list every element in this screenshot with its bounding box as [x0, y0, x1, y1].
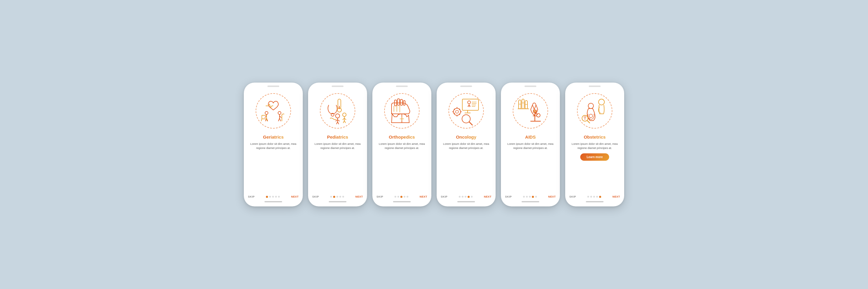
orthopedics-bottom-bar	[393, 201, 411, 202]
obstetrics-icon	[579, 95, 611, 127]
svg-line-80	[587, 121, 590, 123]
dot-3	[529, 196, 531, 198]
icon-area-pediatrics	[317, 90, 358, 131]
svg-line-28	[343, 121, 344, 123]
orthopedics-next[interactable]: NEXT	[420, 195, 427, 198]
dot-1	[395, 196, 396, 198]
svg-point-78	[589, 114, 593, 118]
svg-point-24	[343, 113, 346, 117]
pediatrics-dots	[330, 196, 344, 198]
svg-rect-32	[400, 99, 402, 105]
aids-next[interactable]: NEXT	[548, 195, 556, 198]
orthopedics-icon	[385, 95, 418, 127]
geriatrics-icon	[257, 95, 289, 127]
dot-3	[336, 196, 338, 198]
orthopedics-title: Orthopedics	[389, 134, 415, 139]
icon-area-oncology	[445, 90, 487, 131]
dot-5	[342, 196, 344, 198]
dot-2	[526, 196, 528, 198]
dot-3	[400, 196, 402, 198]
geriatrics-next[interactable]: NEXT	[291, 195, 299, 198]
geriatrics-description: Lorem ipsum dolor sit dim amet, mea regi…	[248, 142, 299, 151]
geriatrics-title: Geriatrics	[263, 134, 284, 139]
oncology-bottom-bar	[457, 201, 475, 202]
svg-point-77	[588, 103, 593, 108]
phone-aids: AIDS Lorem ipsum dolor sit dim amet, mea…	[501, 83, 560, 206]
dot-2	[590, 196, 592, 198]
oncology-skip[interactable]: SKIP	[441, 195, 447, 198]
svg-rect-31	[398, 99, 400, 105]
svg-line-29	[344, 121, 346, 123]
obstetrics-nav: SKIP NEXT	[569, 193, 620, 198]
dot-1	[266, 196, 268, 198]
geriatrics-skip[interactable]: SKIP	[248, 195, 255, 198]
dot-3	[465, 196, 466, 198]
pediatrics-next[interactable]: NEXT	[355, 195, 363, 198]
icon-area-obstetrics	[574, 90, 615, 131]
dot-3	[272, 196, 274, 198]
aids-dots	[523, 196, 537, 198]
dot-5	[278, 196, 280, 198]
dot-5	[599, 196, 601, 198]
svg-rect-39	[462, 99, 478, 110]
aids-skip[interactable]: SKIP	[505, 195, 512, 198]
orthopedics-skip[interactable]: SKIP	[376, 195, 383, 198]
aids-description: Lorem ipsum dolor sit dim amet, mea regi…	[505, 142, 556, 151]
oncology-next[interactable]: NEXT	[484, 195, 492, 198]
dot-1	[459, 196, 461, 198]
phone-geriatrics: Geriatrics Lorem ipsum dolor sit dim ame…	[244, 83, 303, 206]
dot-1	[330, 196, 332, 198]
dot-2	[398, 196, 399, 198]
svg-line-11	[280, 118, 281, 121]
orthopedics-dots	[395, 196, 408, 198]
obstetrics-title: Obstetrics	[584, 134, 606, 139]
svg-point-0	[265, 111, 268, 115]
pediatrics-icon	[321, 95, 354, 127]
svg-rect-66	[525, 101, 527, 109]
dot-5	[471, 196, 473, 198]
svg-rect-64	[522, 99, 524, 109]
screens-container: Geriatrics Lorem ipsum dolor sit dim ame…	[244, 83, 624, 206]
phone-oncology: Oncology Lorem ipsum dolor sit dim amet,…	[437, 83, 496, 206]
svg-line-61	[469, 122, 472, 125]
svg-point-42	[468, 101, 470, 104]
svg-point-18	[336, 114, 340, 118]
geriatrics-bottom-bar	[265, 201, 282, 202]
dot-2	[333, 196, 335, 198]
dot-3	[593, 196, 595, 198]
dot-4	[339, 196, 341, 198]
pediatrics-skip[interactable]: SKIP	[312, 195, 319, 198]
phone-obstetrics: Obstetrics Lorem ipsum dolor sit dim ame…	[565, 83, 624, 206]
dot-4	[596, 196, 598, 198]
icon-area-orthopedics	[381, 90, 423, 131]
obstetrics-skip[interactable]: SKIP	[569, 195, 576, 198]
dot-2	[269, 196, 271, 198]
dot-5	[535, 196, 537, 198]
svg-point-8	[278, 111, 281, 115]
icon-area-geriatrics	[253, 90, 294, 131]
orthopedics-nav: SKIP NEXT	[376, 193, 427, 198]
aids-nav: SKIP NEXT	[505, 193, 556, 198]
learn-more-button[interactable]: Learn more	[580, 153, 609, 161]
dot-1	[523, 196, 525, 198]
obstetrics-dots	[587, 196, 601, 198]
dot-4	[532, 196, 534, 198]
svg-line-23	[338, 122, 339, 124]
oncology-title: Oncology	[456, 134, 476, 139]
obstetrics-next[interactable]: NEXT	[612, 195, 620, 198]
phone-pediatrics: Pediatrics Lorem ipsum dolor sit dim ame…	[308, 83, 367, 206]
svg-rect-62	[519, 100, 521, 109]
aids-bottom-bar	[522, 201, 539, 202]
svg-line-20	[336, 120, 338, 121]
aids-icon	[514, 95, 547, 127]
dot-2	[462, 196, 464, 198]
dot-5	[407, 196, 408, 198]
svg-line-59	[454, 113, 455, 114]
svg-point-51	[456, 110, 459, 113]
icon-area-aids	[510, 90, 551, 131]
pediatrics-nav: SKIP NEXT	[312, 193, 363, 198]
obstetrics-description: Lorem ipsum dolor sit dim amet, mea regi…	[569, 142, 620, 151]
dot-4	[404, 196, 405, 198]
pediatrics-description: Lorem ipsum dolor sit dim amet, mea regi…	[312, 142, 363, 151]
geriatrics-nav: SKIP NEXT	[248, 193, 299, 198]
